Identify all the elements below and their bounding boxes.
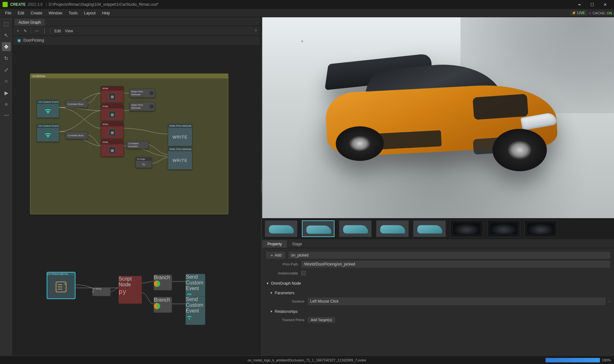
maximize-button[interactable]: ☐ — [586, 2, 599, 7]
right-panel: Property Stage ＋Add on_picked Prim Path … — [262, 17, 614, 356]
add-button[interactable]: ＋Add — [266, 252, 285, 259]
edit-pencil-icon[interactable]: ✎ — [24, 29, 27, 33]
instanceable-label: Instanceable — [266, 271, 298, 275]
thumbnail[interactable] — [302, 220, 335, 237]
section-parameters[interactable]: ▼Parameters — [266, 289, 610, 297]
tool-play[interactable]: ▶ — [2, 88, 11, 97]
node-write[interactable]: Write▦ — [101, 140, 124, 157]
wifi-icon — [186, 314, 193, 321]
compound-title: GUIBehav — [30, 74, 228, 78]
app-name: CREATE — [10, 2, 26, 7]
node-write-prim-attribute[interactable]: Write Prim Attribute — [130, 102, 155, 111]
thumbnail[interactable] — [450, 220, 483, 237]
menu-layout[interactable]: Layout — [81, 11, 99, 15]
compound-group[interactable]: GUIBehav — [30, 74, 228, 214]
left-panel: Action Graph ＋ ✎ ⋯ ⋮ Edit View ? ▣ DoorP… — [13, 17, 260, 356]
close-button[interactable]: ✕ — [599, 2, 611, 7]
thumbnail[interactable] — [376, 220, 409, 237]
thumbnail[interactable] — [339, 220, 372, 237]
property-tabs: Property Stage — [262, 239, 614, 248]
node-write[interactable]: Write▦ — [101, 86, 124, 103]
node-constant-bool[interactable]: Constant Bool — [66, 100, 88, 108]
thumbnail[interactable] — [487, 220, 520, 237]
graph-toolbar: ＋ ✎ ⋯ ⋮ Edit View ? — [13, 26, 260, 36]
thumbnail[interactable] — [265, 220, 297, 237]
breadcrumb-label: DoorPicking — [23, 38, 44, 43]
tool-move[interactable]: ✥ — [2, 42, 11, 51]
tool-strip: ⬚ ↖ ✥ ↻ ⤢ ∩ ▶ ✧ 〰 — [0, 17, 13, 356]
node-constant-double3[interactable]: Constant Double3 — [126, 141, 149, 149]
section-omnigraph[interactable]: ▼OmniGraph Node — [266, 280, 610, 287]
tab-stage[interactable]: Stage — [287, 240, 307, 248]
svg-text:×: × — [64, 282, 66, 286]
tab-property[interactable]: Property — [262, 240, 287, 248]
thumbnail[interactable] — [524, 220, 557, 237]
property-panel: ＋Add on_picked Prim Path /World/DoorPick… — [262, 248, 614, 356]
status-file: ov_metal_logo_k_ambientOcclusion_71_1_16… — [248, 358, 366, 362]
app-logo-icon — [3, 2, 8, 7]
menu-window[interactable]: Window — [45, 11, 66, 15]
add-node-icon[interactable]: ＋ — [16, 28, 20, 34]
node-write-prim-big[interactable]: Write Prim AttributeWRITE — [168, 123, 192, 146]
node-constant-bool[interactable]: Constant Bool — [66, 131, 88, 139]
tool-rotate[interactable]: ↻ — [2, 54, 11, 63]
thumbnail-strip — [262, 218, 614, 239]
node-branch[interactable]: Branch — [154, 297, 172, 313]
tool-scale[interactable]: ⤢ — [2, 65, 11, 74]
graph-breadcrumb[interactable]: ▣ DoorPicking — [13, 36, 260, 45]
overflow-icon[interactable]: ⋮ — [43, 29, 46, 33]
graph-icon: ▣ — [17, 38, 21, 43]
minimize-button[interactable]: ━ — [573, 2, 586, 7]
node-write[interactable]: Write▦ — [101, 104, 124, 121]
node-write[interactable]: Write▦ — [101, 122, 124, 139]
gesture-dropdown[interactable]: Left Mouse Click▼ — [308, 297, 606, 305]
tool-snap[interactable]: ∩ — [2, 77, 11, 86]
node-write-prim-attribute[interactable]: Write Prim Attribute — [130, 89, 155, 98]
tool-light[interactable]: ✧ — [2, 100, 11, 109]
menu-file[interactable]: File — [2, 11, 14, 15]
node-branch[interactable]: Branch — [154, 274, 172, 290]
tool-pointer[interactable]: ↖ — [2, 31, 11, 40]
node-send-custom-event[interactable]: Send Custom Event — [185, 296, 205, 325]
wifi-icon — [43, 130, 52, 139]
help-icon[interactable]: ? — [255, 29, 257, 33]
node-graph[interactable]: GUIBehav — [13, 45, 260, 356]
node-on-custom-event[interactable]: On Custom Event — [37, 99, 59, 118]
thumbnail[interactable] — [413, 220, 446, 237]
app-version: 2022.3.0 — [28, 2, 43, 7]
node-on-custom-event[interactable]: On Custom Event — [37, 123, 59, 142]
node-on-picked[interactable]: On Picked (BETA) × — [47, 272, 75, 299]
menu-help[interactable]: Help — [99, 11, 113, 15]
node-to-string[interactable]: To Stringƒ — [92, 287, 111, 296]
prim-name-field[interactable]: on_picked — [288, 252, 610, 259]
more-icon[interactable]: ⋯ — [35, 29, 39, 33]
menu-tools[interactable]: Tools — [66, 11, 81, 15]
section-relationships[interactable]: ▼Relationships — [266, 308, 610, 315]
tab-action-graph[interactable]: Action Graph — [15, 19, 45, 26]
menu-edit[interactable]: Edit — [14, 11, 28, 15]
gesture-label: Gesture — [272, 299, 304, 303]
add-target-button[interactable]: Add Target(s) — [308, 317, 335, 323]
toolbar-view[interactable]: View — [65, 29, 73, 33]
list-icon: × — [54, 280, 68, 294]
progress-pct: 100% — [602, 358, 611, 362]
cache-badge[interactable]: CACHE: ON — [593, 11, 612, 15]
toolbar-edit[interactable]: Edit — [54, 29, 61, 33]
menu-bar: File Edit Create Window Tools Layout Hel… — [0, 9, 614, 17]
node-to-float[interactable]: To Float% — [135, 157, 152, 168]
tool-select-box[interactable]: ⬚ — [2, 19, 11, 28]
menu-create[interactable]: Create — [28, 11, 45, 15]
graph-tabs: Action Graph — [13, 17, 260, 26]
tracked-prims-label: Tracked Prims — [272, 318, 304, 322]
prim-path-field[interactable]: /World/DoorPicking/on_picked — [301, 261, 610, 268]
title-bar: CREATE 2022.3.0 | D:\Projects\Rimac\Stag… — [0, 0, 614, 9]
instanceable-checkbox[interactable] — [301, 271, 306, 275]
tool-brush[interactable]: 〰 — [2, 111, 11, 120]
file-path: D:\Projects\Rimac\Staging\104_snippet\1\… — [49, 2, 159, 7]
node-write-prim-big[interactable]: Write Prim AttributeWRITE — [168, 147, 192, 170]
reset-icon[interactable]: ▫ — [609, 299, 610, 304]
prim-path-label: Prim Path — [266, 262, 298, 266]
node-script[interactable]: Script Node py — [118, 276, 142, 304]
progress-bar — [546, 358, 600, 362]
live-badge[interactable]: ⚡ LIVE — [570, 10, 587, 16]
